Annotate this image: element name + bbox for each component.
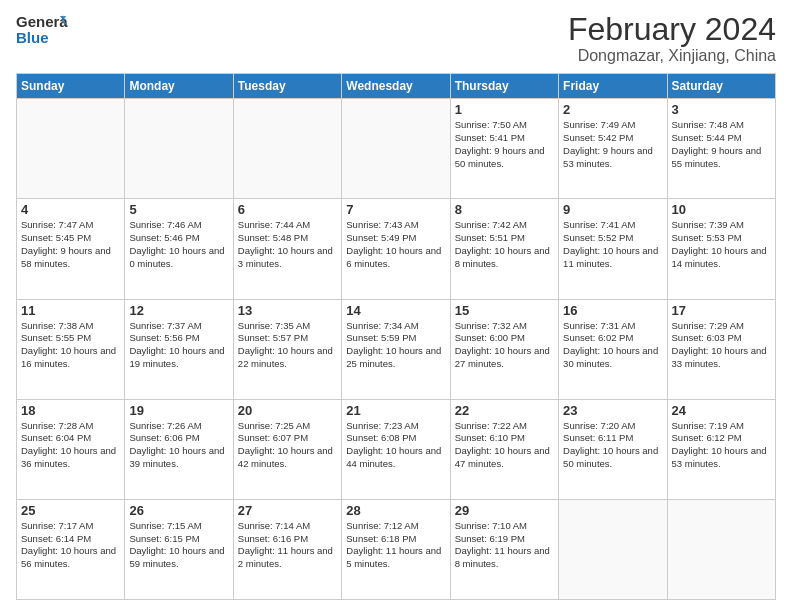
- day-info: Sunrise: 7:14 AM Sunset: 6:16 PM Dayligh…: [238, 520, 337, 571]
- day-info: Sunrise: 7:34 AM Sunset: 5:59 PM Dayligh…: [346, 320, 445, 371]
- logo-svg: GeneralBlue: [16, 12, 68, 48]
- day-number: 12: [129, 303, 228, 318]
- logo: GeneralBlue: [16, 12, 68, 48]
- calendar-cell: 17Sunrise: 7:29 AM Sunset: 6:03 PM Dayli…: [667, 299, 775, 399]
- calendar-cell: 21Sunrise: 7:23 AM Sunset: 6:08 PM Dayli…: [342, 399, 450, 499]
- week-row-0: 1Sunrise: 7:50 AM Sunset: 5:41 PM Daylig…: [17, 99, 776, 199]
- day-number: 14: [346, 303, 445, 318]
- calendar-cell: 18Sunrise: 7:28 AM Sunset: 6:04 PM Dayli…: [17, 399, 125, 499]
- header-day-saturday: Saturday: [667, 74, 775, 99]
- calendar-cell: [233, 99, 341, 199]
- calendar-cell: [667, 499, 775, 599]
- calendar-cell: [17, 99, 125, 199]
- day-info: Sunrise: 7:32 AM Sunset: 6:00 PM Dayligh…: [455, 320, 554, 371]
- day-info: Sunrise: 7:41 AM Sunset: 5:52 PM Dayligh…: [563, 219, 662, 270]
- day-number: 22: [455, 403, 554, 418]
- day-number: 5: [129, 202, 228, 217]
- main-title: February 2024: [568, 12, 776, 47]
- day-info: Sunrise: 7:31 AM Sunset: 6:02 PM Dayligh…: [563, 320, 662, 371]
- day-info: Sunrise: 7:37 AM Sunset: 5:56 PM Dayligh…: [129, 320, 228, 371]
- calendar-cell: 26Sunrise: 7:15 AM Sunset: 6:15 PM Dayli…: [125, 499, 233, 599]
- calendar-cell: 15Sunrise: 7:32 AM Sunset: 6:00 PM Dayli…: [450, 299, 558, 399]
- day-info: Sunrise: 7:42 AM Sunset: 5:51 PM Dayligh…: [455, 219, 554, 270]
- day-number: 11: [21, 303, 120, 318]
- calendar-cell: 7Sunrise: 7:43 AM Sunset: 5:49 PM Daylig…: [342, 199, 450, 299]
- calendar-cell: 16Sunrise: 7:31 AM Sunset: 6:02 PM Dayli…: [559, 299, 667, 399]
- calendar-cell: 2Sunrise: 7:49 AM Sunset: 5:42 PM Daylig…: [559, 99, 667, 199]
- day-number: 24: [672, 403, 771, 418]
- day-number: 2: [563, 102, 662, 117]
- header-day-friday: Friday: [559, 74, 667, 99]
- calendar-cell: 19Sunrise: 7:26 AM Sunset: 6:06 PM Dayli…: [125, 399, 233, 499]
- calendar-cell: [125, 99, 233, 199]
- day-number: 13: [238, 303, 337, 318]
- calendar-cell: [559, 499, 667, 599]
- day-info: Sunrise: 7:46 AM Sunset: 5:46 PM Dayligh…: [129, 219, 228, 270]
- calendar-cell: 28Sunrise: 7:12 AM Sunset: 6:18 PM Dayli…: [342, 499, 450, 599]
- week-row-1: 4Sunrise: 7:47 AM Sunset: 5:45 PM Daylig…: [17, 199, 776, 299]
- calendar-header-row: SundayMondayTuesdayWednesdayThursdayFrid…: [17, 74, 776, 99]
- day-info: Sunrise: 7:12 AM Sunset: 6:18 PM Dayligh…: [346, 520, 445, 571]
- day-number: 27: [238, 503, 337, 518]
- calendar-cell: 13Sunrise: 7:35 AM Sunset: 5:57 PM Dayli…: [233, 299, 341, 399]
- day-info: Sunrise: 7:44 AM Sunset: 5:48 PM Dayligh…: [238, 219, 337, 270]
- subtitle: Dongmazar, Xinjiang, China: [568, 47, 776, 65]
- week-row-4: 25Sunrise: 7:17 AM Sunset: 6:14 PM Dayli…: [17, 499, 776, 599]
- calendar-cell: 20Sunrise: 7:25 AM Sunset: 6:07 PM Dayli…: [233, 399, 341, 499]
- day-number: 9: [563, 202, 662, 217]
- day-number: 17: [672, 303, 771, 318]
- calendar-cell: 22Sunrise: 7:22 AM Sunset: 6:10 PM Dayli…: [450, 399, 558, 499]
- header-day-wednesday: Wednesday: [342, 74, 450, 99]
- day-info: Sunrise: 7:50 AM Sunset: 5:41 PM Dayligh…: [455, 119, 554, 170]
- day-info: Sunrise: 7:22 AM Sunset: 6:10 PM Dayligh…: [455, 420, 554, 471]
- page: GeneralBlue February 2024 Dongmazar, Xin…: [0, 0, 792, 612]
- calendar-cell: [342, 99, 450, 199]
- calendar-cell: 3Sunrise: 7:48 AM Sunset: 5:44 PM Daylig…: [667, 99, 775, 199]
- day-number: 4: [21, 202, 120, 217]
- day-info: Sunrise: 7:10 AM Sunset: 6:19 PM Dayligh…: [455, 520, 554, 571]
- day-info: Sunrise: 7:25 AM Sunset: 6:07 PM Dayligh…: [238, 420, 337, 471]
- day-info: Sunrise: 7:38 AM Sunset: 5:55 PM Dayligh…: [21, 320, 120, 371]
- calendar-cell: 10Sunrise: 7:39 AM Sunset: 5:53 PM Dayli…: [667, 199, 775, 299]
- calendar-cell: 27Sunrise: 7:14 AM Sunset: 6:16 PM Dayli…: [233, 499, 341, 599]
- day-info: Sunrise: 7:35 AM Sunset: 5:57 PM Dayligh…: [238, 320, 337, 371]
- header-day-sunday: Sunday: [17, 74, 125, 99]
- day-number: 25: [21, 503, 120, 518]
- calendar-cell: 11Sunrise: 7:38 AM Sunset: 5:55 PM Dayli…: [17, 299, 125, 399]
- day-number: 26: [129, 503, 228, 518]
- day-info: Sunrise: 7:48 AM Sunset: 5:44 PM Dayligh…: [672, 119, 771, 170]
- calendar-cell: 25Sunrise: 7:17 AM Sunset: 6:14 PM Dayli…: [17, 499, 125, 599]
- day-number: 1: [455, 102, 554, 117]
- calendar-table: SundayMondayTuesdayWednesdayThursdayFrid…: [16, 73, 776, 600]
- calendar-cell: 8Sunrise: 7:42 AM Sunset: 5:51 PM Daylig…: [450, 199, 558, 299]
- day-number: 19: [129, 403, 228, 418]
- day-number: 7: [346, 202, 445, 217]
- day-number: 20: [238, 403, 337, 418]
- day-info: Sunrise: 7:29 AM Sunset: 6:03 PM Dayligh…: [672, 320, 771, 371]
- day-number: 10: [672, 202, 771, 217]
- day-info: Sunrise: 7:39 AM Sunset: 5:53 PM Dayligh…: [672, 219, 771, 270]
- day-number: 29: [455, 503, 554, 518]
- day-number: 23: [563, 403, 662, 418]
- calendar-cell: 1Sunrise: 7:50 AM Sunset: 5:41 PM Daylig…: [450, 99, 558, 199]
- week-row-3: 18Sunrise: 7:28 AM Sunset: 6:04 PM Dayli…: [17, 399, 776, 499]
- title-block: February 2024 Dongmazar, Xinjiang, China: [568, 12, 776, 65]
- week-row-2: 11Sunrise: 7:38 AM Sunset: 5:55 PM Dayli…: [17, 299, 776, 399]
- day-info: Sunrise: 7:17 AM Sunset: 6:14 PM Dayligh…: [21, 520, 120, 571]
- calendar-cell: 5Sunrise: 7:46 AM Sunset: 5:46 PM Daylig…: [125, 199, 233, 299]
- calendar-cell: 23Sunrise: 7:20 AM Sunset: 6:11 PM Dayli…: [559, 399, 667, 499]
- day-info: Sunrise: 7:28 AM Sunset: 6:04 PM Dayligh…: [21, 420, 120, 471]
- day-number: 6: [238, 202, 337, 217]
- svg-text:Blue: Blue: [16, 29, 49, 46]
- header-day-thursday: Thursday: [450, 74, 558, 99]
- day-number: 28: [346, 503, 445, 518]
- calendar-cell: 9Sunrise: 7:41 AM Sunset: 5:52 PM Daylig…: [559, 199, 667, 299]
- svg-text:General: General: [16, 13, 68, 30]
- day-info: Sunrise: 7:20 AM Sunset: 6:11 PM Dayligh…: [563, 420, 662, 471]
- day-number: 21: [346, 403, 445, 418]
- day-info: Sunrise: 7:43 AM Sunset: 5:49 PM Dayligh…: [346, 219, 445, 270]
- day-info: Sunrise: 7:49 AM Sunset: 5:42 PM Dayligh…: [563, 119, 662, 170]
- calendar-cell: 24Sunrise: 7:19 AM Sunset: 6:12 PM Dayli…: [667, 399, 775, 499]
- header-day-monday: Monday: [125, 74, 233, 99]
- header: GeneralBlue February 2024 Dongmazar, Xin…: [16, 12, 776, 65]
